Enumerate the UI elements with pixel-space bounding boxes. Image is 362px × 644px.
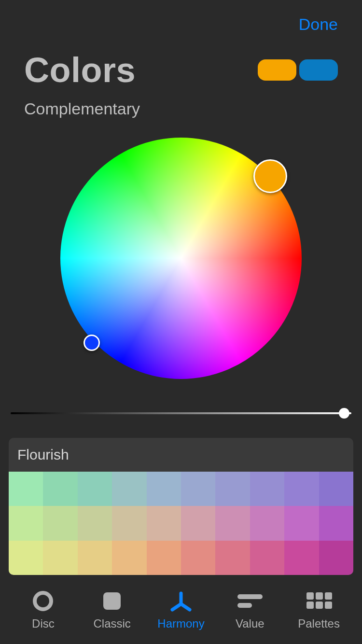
brightness-thumb[interactable] — [339, 408, 349, 419]
tab-label: Classic — [94, 617, 131, 630]
palette-cell[interactable] — [78, 541, 112, 575]
color-picker-secondary[interactable] — [84, 335, 100, 351]
palette-cell[interactable] — [284, 506, 319, 540]
svg-rect-7 — [306, 602, 314, 609]
svg-rect-9 — [325, 602, 332, 609]
tab-value[interactable]: Value — [221, 590, 279, 630]
color-picker-primary[interactable] — [253, 159, 287, 193]
palette-cell[interactable] — [215, 506, 250, 540]
palette-cell[interactable] — [250, 472, 284, 506]
palette-cell[interactable] — [319, 506, 353, 540]
palette-cell[interactable] — [43, 506, 77, 540]
tab-classic[interactable]: Classic — [83, 590, 141, 630]
palette-cell[interactable] — [112, 472, 146, 506]
tab-label: Palettes — [298, 617, 340, 630]
color-mode-label: Complementary — [0, 99, 362, 118]
palette-cell[interactable] — [43, 541, 77, 575]
palette-cell[interactable] — [215, 472, 250, 506]
tab-label: Disc — [32, 617, 55, 630]
svg-rect-4 — [306, 592, 314, 600]
palette-cell[interactable] — [250, 541, 284, 575]
tab-disc[interactable]: Disc — [14, 590, 72, 630]
svg-rect-2 — [237, 594, 263, 599]
svg-rect-5 — [316, 592, 323, 600]
svg-rect-3 — [237, 603, 252, 608]
palette-cell[interactable] — [181, 506, 215, 540]
value-icon — [237, 590, 264, 612]
palette-name: Flourish — [9, 438, 353, 472]
swatch-primary[interactable] — [258, 59, 296, 81]
brightness-track — [11, 412, 351, 414]
palette-cell[interactable] — [284, 541, 319, 575]
tab-harmony[interactable]: Harmony — [152, 590, 210, 630]
palette-cell[interactable] — [319, 472, 353, 506]
palette-cell[interactable] — [9, 506, 43, 540]
palette-cell[interactable] — [147, 472, 181, 506]
disc-icon — [32, 590, 54, 612]
palette-cell[interactable] — [215, 541, 250, 575]
palette-cell[interactable] — [112, 506, 146, 540]
square-icon — [101, 590, 123, 612]
tab-bar: Disc Classic Harmony Value — [0, 581, 362, 644]
palette-cell[interactable] — [319, 541, 353, 575]
brightness-slider[interactable] — [11, 408, 351, 419]
palette-grid — [9, 472, 353, 575]
palette-cell[interactable] — [78, 506, 112, 540]
tab-label: Harmony — [157, 617, 204, 630]
svg-rect-6 — [325, 592, 332, 600]
color-wheel[interactable] — [60, 138, 302, 379]
palette-cell[interactable] — [112, 541, 146, 575]
tab-label: Value — [236, 617, 265, 630]
grid-icon — [306, 590, 333, 612]
palette-cell[interactable] — [147, 506, 181, 540]
palette-cell[interactable] — [181, 541, 215, 575]
svg-rect-8 — [316, 602, 323, 609]
harmony-icon — [168, 590, 194, 612]
palette-cell[interactable] — [9, 472, 43, 506]
palette-cell[interactable] — [284, 472, 319, 506]
done-button[interactable]: Done — [299, 15, 338, 34]
palette-cell[interactable] — [147, 541, 181, 575]
svg-rect-1 — [103, 592, 121, 610]
swatch-secondary[interactable] — [299, 59, 338, 81]
palette-cell[interactable] — [9, 541, 43, 575]
palette-cell[interactable] — [78, 472, 112, 506]
palette-cell[interactable] — [250, 506, 284, 540]
palette-cell[interactable] — [181, 472, 215, 506]
selected-swatches — [258, 59, 338, 81]
svg-point-0 — [35, 593, 51, 609]
tab-palettes[interactable]: Palettes — [290, 590, 348, 630]
palette-cell[interactable] — [43, 472, 77, 506]
page-title: Colors — [24, 50, 136, 90]
